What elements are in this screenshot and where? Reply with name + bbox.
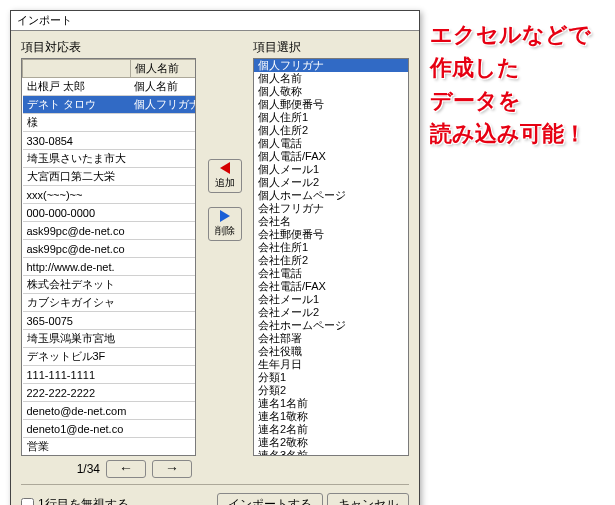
- cell: [130, 420, 196, 438]
- cell: カブシキガイシャ: [23, 294, 131, 312]
- list-item[interactable]: 会社名: [254, 215, 408, 228]
- remove-button[interactable]: 削除: [208, 207, 242, 241]
- list-item[interactable]: 個人電話/FAX: [254, 150, 408, 163]
- cell: 個人フリガナ: [130, 96, 196, 114]
- cell: 222-222-2222: [23, 384, 131, 402]
- cancel-button[interactable]: キャンセル: [327, 493, 409, 505]
- list-item[interactable]: 会社部署: [254, 332, 408, 345]
- side-caption-line: 作成した: [430, 51, 591, 84]
- list-item[interactable]: 連名2名前: [254, 423, 408, 436]
- table-row[interactable]: 大宮西口第二大栄: [23, 168, 197, 186]
- cell: [130, 240, 196, 258]
- cell: 365-0075: [23, 312, 131, 330]
- skip-first-row-label[interactable]: 1行目を無視する: [21, 496, 129, 505]
- cell: [130, 132, 196, 150]
- cell: ask99pc@de-net.co: [23, 240, 131, 258]
- table-row[interactable]: 様: [23, 114, 197, 132]
- list-item[interactable]: 会社電話: [254, 267, 408, 280]
- cell: [130, 384, 196, 402]
- list-item[interactable]: 会社電話/FAX: [254, 280, 408, 293]
- mapping-col-1[interactable]: 個人名前: [130, 60, 196, 78]
- list-item[interactable]: 個人メール2: [254, 176, 408, 189]
- table-row[interactable]: http://www.de-net.: [23, 258, 197, 276]
- table-row[interactable]: デネト タロウ個人フリガナ: [23, 96, 197, 114]
- list-item[interactable]: 連名2敬称: [254, 436, 408, 449]
- table-row[interactable]: 222-222-2222: [23, 384, 197, 402]
- list-item[interactable]: 個人フリガナ: [254, 59, 408, 72]
- list-item[interactable]: 連名3名前: [254, 449, 408, 456]
- cell: [130, 114, 196, 132]
- list-item[interactable]: 会社住所1: [254, 241, 408, 254]
- mapping-table[interactable]: 個人名前 出根戸 太郎個人名前デネト タロウ個人フリガナ様330-0854埼玉県…: [21, 58, 196, 456]
- list-item[interactable]: 分類2: [254, 384, 408, 397]
- table-row[interactable]: 埼玉県鴻巣市宮地: [23, 330, 197, 348]
- list-item[interactable]: 会社メール1: [254, 293, 408, 306]
- cell: [130, 150, 196, 168]
- table-row[interactable]: xxx(~~~)~~: [23, 186, 197, 204]
- list-item[interactable]: 会社ホームページ: [254, 319, 408, 332]
- cell: xxx(~~~)~~: [23, 186, 131, 204]
- table-row[interactable]: 000-000-0000: [23, 204, 197, 222]
- table-row[interactable]: 111-111-1111: [23, 366, 197, 384]
- list-item[interactable]: 会社住所2: [254, 254, 408, 267]
- add-button[interactable]: 追加: [208, 159, 242, 193]
- list-item[interactable]: 個人郵便番号: [254, 98, 408, 111]
- cell: http://www.de-net.: [23, 258, 131, 276]
- cell: [130, 186, 196, 204]
- table-row[interactable]: 埼玉県さいたま市大: [23, 150, 197, 168]
- mapping-col-0[interactable]: [23, 60, 131, 78]
- cell: [130, 204, 196, 222]
- table-row[interactable]: 営業: [23, 438, 197, 456]
- cell: [130, 294, 196, 312]
- triangle-left-icon: [220, 162, 230, 174]
- table-row[interactable]: 株式会社デネット: [23, 276, 197, 294]
- import-button[interactable]: インポートする: [217, 493, 323, 505]
- list-item[interactable]: 個人住所1: [254, 111, 408, 124]
- table-row[interactable]: デネットビル3F: [23, 348, 197, 366]
- table-row[interactable]: 365-0075: [23, 312, 197, 330]
- list-item[interactable]: 個人住所2: [254, 124, 408, 137]
- cell: 様: [23, 114, 131, 132]
- list-item[interactable]: 会社フリガナ: [254, 202, 408, 215]
- cell: 大宮西口第二大栄: [23, 168, 131, 186]
- pager-next-button[interactable]: →: [152, 460, 192, 478]
- list-item[interactable]: 個人敬称: [254, 85, 408, 98]
- remove-button-label: 削除: [215, 225, 235, 236]
- table-row[interactable]: ask99pc@de-net.co: [23, 222, 197, 240]
- table-row[interactable]: 330-0854: [23, 132, 197, 150]
- field-listbox[interactable]: 個人フリガナ個人名前個人敬称個人郵便番号個人住所1個人住所2個人電話個人電話/F…: [253, 58, 409, 456]
- triangle-right-icon: [220, 210, 230, 222]
- list-item[interactable]: 個人電話: [254, 137, 408, 150]
- cell: デネト タロウ: [23, 96, 131, 114]
- pager-prev-button[interactable]: ←: [106, 460, 146, 478]
- cell: [130, 438, 196, 456]
- cell: [130, 276, 196, 294]
- cell: 埼玉県鴻巣市宮地: [23, 330, 131, 348]
- list-item[interactable]: 生年月日: [254, 358, 408, 371]
- table-row[interactable]: ask99pc@de-net.co: [23, 240, 197, 258]
- skip-first-row-checkbox[interactable]: [21, 498, 34, 505]
- list-item[interactable]: 連名1名前: [254, 397, 408, 410]
- list-item[interactable]: 会社郵便番号: [254, 228, 408, 241]
- table-row[interactable]: カブシキガイシャ: [23, 294, 197, 312]
- cell: [130, 222, 196, 240]
- list-item[interactable]: 個人名前: [254, 72, 408, 85]
- list-item[interactable]: 個人メール1: [254, 163, 408, 176]
- list-item[interactable]: 分類1: [254, 371, 408, 384]
- list-item[interactable]: 連名1敬称: [254, 410, 408, 423]
- cell: デネットビル3F: [23, 348, 131, 366]
- cell: 000-000-0000: [23, 204, 131, 222]
- list-item[interactable]: 会社役職: [254, 345, 408, 358]
- table-row[interactable]: deneto1@de-net.co: [23, 420, 197, 438]
- list-item[interactable]: 会社メール2: [254, 306, 408, 319]
- table-row[interactable]: 出根戸 太郎個人名前: [23, 78, 197, 96]
- cell: [130, 348, 196, 366]
- mapping-table-label: 項目対応表: [21, 39, 196, 56]
- cell: [130, 330, 196, 348]
- list-item[interactable]: 個人ホームページ: [254, 189, 408, 202]
- table-row[interactable]: deneto@de-net.com: [23, 402, 197, 420]
- cell: 株式会社デネット: [23, 276, 131, 294]
- field-select-label: 項目選択: [253, 39, 409, 56]
- cell: 330-0854: [23, 132, 131, 150]
- cell: ask99pc@de-net.co: [23, 222, 131, 240]
